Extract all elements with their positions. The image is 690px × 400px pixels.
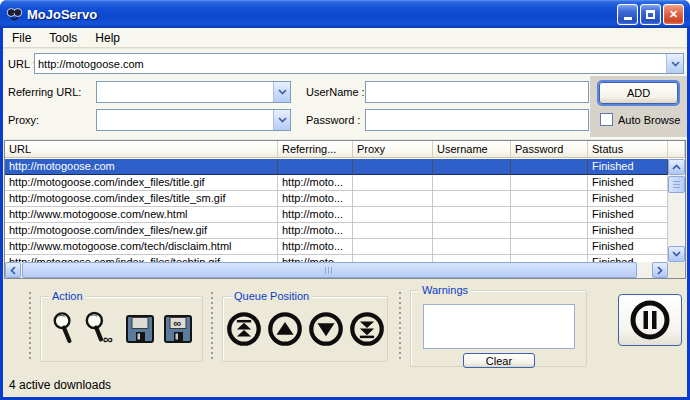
column-header-filler [668, 141, 685, 157]
chevron-down-icon [672, 251, 681, 257]
cell-status: Finished [588, 255, 668, 262]
hscrollbar-thumb[interactable] [22, 262, 637, 278]
table-row[interactable]: http://motogoose.com/index_files/title_s… [5, 191, 668, 207]
status-text: 4 active downloads [3, 378, 111, 392]
close-button[interactable]: ✕ [663, 4, 684, 25]
vertical-scrollbar[interactable] [668, 159, 685, 262]
table-row[interactable]: http://motogoose.com Finished [5, 159, 668, 175]
referring-url-input[interactable] [97, 82, 273, 102]
cell-username [433, 175, 511, 191]
referring-dropdown-button[interactable] [273, 82, 290, 102]
cell-url: http://www.motogoose.com/tech/disclaim.h… [5, 239, 278, 255]
cell-password [511, 255, 588, 262]
cell-status: Finished [588, 175, 668, 191]
clear-button[interactable]: Clear [463, 353, 535, 368]
cell-url: http://motogoose.com/index_files/new.gif [5, 223, 278, 239]
scroll-down-button[interactable] [668, 246, 685, 262]
scroll-up-button[interactable] [668, 159, 685, 175]
thumb-grip [673, 181, 680, 188]
column-header-referring[interactable]: Referring... [278, 141, 353, 157]
chevron-up-icon [672, 164, 681, 170]
maximize-button[interactable] [640, 4, 661, 25]
cell-password [511, 239, 588, 255]
auto-browse-checkbox[interactable] [600, 113, 613, 126]
table-header: URL Referring... Proxy Username Password… [5, 141, 685, 158]
cell-url: http://motogoose.com/index_files/techtip… [5, 255, 278, 262]
menu-tools[interactable]: Tools [40, 29, 86, 47]
menubar: File Tools Help [3, 28, 687, 48]
app-icon [6, 6, 23, 23]
chevron-down-icon [671, 61, 680, 67]
cell-proxy [353, 255, 433, 262]
menu-file[interactable]: File [3, 29, 40, 47]
menu-help[interactable]: Help [86, 29, 129, 47]
scroll-left-button[interactable] [5, 262, 21, 278]
username-field[interactable] [365, 81, 589, 103]
app-window: MoJoServo ✕ File Tools Help URL : Referr… [0, 0, 690, 400]
auto-browse-label: Auto Browse [618, 114, 680, 126]
warnings-group: Warnings Clear [410, 290, 587, 367]
cell-proxy [353, 191, 433, 207]
svg-text:∞: ∞ [173, 317, 181, 329]
url-input[interactable] [35, 54, 666, 73]
add-button[interactable]: ADD [599, 82, 678, 104]
cell-password [511, 159, 588, 175]
url-combobox[interactable] [34, 53, 684, 74]
cell-url: http://www.motogoose.com/new.html [5, 207, 278, 223]
column-header-status[interactable]: Status [588, 141, 668, 157]
table-row[interactable]: http://www.motogoose.com/new.html http:/… [5, 207, 668, 223]
horizontal-scrollbar[interactable] [5, 262, 668, 278]
proxy-label: Proxy: [8, 114, 39, 126]
pause-button[interactable] [618, 294, 682, 346]
cell-proxy [353, 159, 433, 175]
vscrollbar-thumb[interactable] [668, 176, 685, 193]
proxy-input[interactable] [97, 110, 273, 130]
cell-referring: http://moto... [278, 223, 353, 239]
warnings-textarea[interactable] [423, 304, 575, 349]
action-group: Action ∞ [40, 296, 203, 362]
table-row[interactable]: http://motogoose.com/index_files/new.gif… [5, 223, 668, 239]
chevron-down-icon [278, 89, 287, 95]
move-to-top-button[interactable] [225, 310, 263, 348]
column-header-username[interactable]: Username [433, 141, 511, 157]
table-row[interactable]: http://motogoose.com/index_files/title.g… [5, 175, 668, 191]
cell-proxy [353, 175, 433, 191]
pause-icon [628, 298, 672, 342]
cell-url: http://motogoose.com [5, 159, 278, 175]
move-up-button[interactable] [266, 310, 304, 348]
password-label: Password : [306, 114, 360, 126]
cell-password [511, 207, 588, 223]
cell-referring: http://moto... [278, 175, 353, 191]
statusbar: 4 active downloads [3, 372, 687, 397]
column-header-password[interactable]: Password [511, 141, 588, 157]
cell-referring [278, 159, 353, 175]
cell-username [433, 223, 511, 239]
column-header-proxy[interactable]: Proxy [353, 141, 433, 157]
password-field[interactable] [365, 109, 589, 131]
referring-url-combobox[interactable] [96, 81, 291, 103]
column-header-url[interactable]: URL [5, 141, 278, 157]
proxy-dropdown-button[interactable] [273, 110, 290, 130]
cell-status: Finished [588, 191, 668, 207]
cell-proxy [353, 207, 433, 223]
titlebar[interactable]: MoJoServo ✕ [0, 0, 690, 28]
cell-password [511, 175, 588, 191]
proxy-combobox[interactable] [96, 109, 291, 131]
table-row[interactable]: http://motogoose.com/index_files/techtip… [5, 255, 668, 262]
magnifier-infinite-icon[interactable]: ∞ [84, 311, 116, 347]
table-rows: http://motogoose.com Finished http://mot… [5, 159, 668, 262]
group-separator [399, 292, 401, 360]
group-separator [211, 292, 213, 360]
floppy-save-infinite-icon[interactable]: ∞ [164, 315, 192, 343]
move-to-bottom-button[interactable] [348, 310, 386, 348]
table-row[interactable]: http://www.motogoose.com/tech/disclaim.h… [5, 239, 668, 255]
cell-status: Finished [588, 223, 668, 239]
minimize-button[interactable] [617, 4, 638, 25]
floppy-save-icon[interactable] [126, 315, 154, 343]
cell-referring: http://moto... [278, 191, 353, 207]
move-down-button[interactable] [307, 310, 345, 348]
magnifier-icon[interactable] [52, 311, 74, 347]
url-dropdown-button[interactable] [666, 54, 683, 73]
scroll-right-button[interactable] [652, 262, 668, 278]
cell-referring: http://moto... [278, 239, 353, 255]
